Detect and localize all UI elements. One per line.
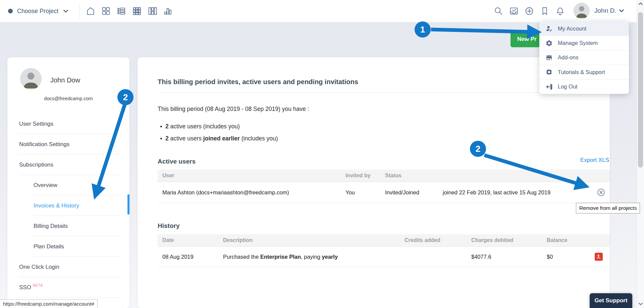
remove-tooltip: Remove from all projects bbox=[576, 203, 640, 213]
table-header-row: Date Description Credits added Charges d… bbox=[158, 234, 610, 247]
profile-avatar bbox=[20, 68, 42, 89]
add-icon[interactable] bbox=[522, 3, 537, 19]
column-header-description: Description bbox=[218, 237, 400, 243]
account-sidebar: John Dow docs@freedcamp.com User Setting… bbox=[7, 57, 129, 308]
active-users-heading: Active users bbox=[158, 158, 196, 165]
sidebar-item-plan-details[interactable]: Plan Details bbox=[7, 236, 129, 257]
sidebar-item-user-settings[interactable]: User Settings bbox=[7, 114, 129, 134]
menu-item-label: Manage System bbox=[558, 40, 598, 46]
home-icon[interactable] bbox=[83, 3, 98, 19]
table-row: 08 Aug 2019 Purchased the Enterprise Pla… bbox=[158, 247, 610, 267]
chevron-down-icon bbox=[63, 9, 68, 13]
store-icon bbox=[545, 54, 553, 62]
menu-item-manage-system[interactable]: Manage System bbox=[539, 36, 629, 50]
columns-board-icon[interactable] bbox=[145, 3, 160, 19]
bullet-joined-earlier: 2 active users joined earlier (includes … bbox=[160, 135, 278, 142]
bullet-active-users: 2 active users (includes you) bbox=[160, 123, 240, 130]
billing-period-intro: This billing period (08 Aug 2019 - 08 Se… bbox=[158, 106, 309, 113]
projects-grid-icon[interactable] bbox=[129, 3, 145, 19]
header-divider bbox=[79, 3, 80, 19]
annotation-number: 1 bbox=[420, 24, 425, 35]
gear-icon bbox=[545, 39, 553, 47]
active-item-indicator bbox=[127, 194, 129, 214]
cell-invited-by: You bbox=[341, 189, 380, 196]
sidebar-item-invoices-history[interactable]: Invoices & History bbox=[7, 195, 129, 216]
dashboard-icon[interactable] bbox=[98, 3, 114, 19]
annotation-circle-1 bbox=[415, 21, 431, 38]
cell-user: Maria Ashton (docs+mariaashton@freedcamp… bbox=[158, 189, 341, 196]
browser-status-bar: https://freedcamp.com/manage/account# bbox=[0, 299, 98, 308]
column-header-balance: Balance bbox=[542, 237, 588, 243]
new-project-label: New Pr bbox=[517, 36, 537, 43]
active-users-table: User Invited by Status Maria Ashton (doc… bbox=[158, 170, 610, 203]
project-selector-label: Choose Project bbox=[17, 8, 58, 15]
cell-charges: $4077.6 bbox=[467, 254, 542, 260]
profile-name: John Dow bbox=[50, 76, 80, 84]
notifications-icon[interactable] bbox=[552, 3, 568, 19]
scroll-up-icon[interactable] bbox=[638, 2, 643, 5]
table-header-row: User Invited by Status bbox=[158, 170, 610, 182]
exit-icon bbox=[545, 83, 553, 91]
remove-user-icon[interactable] bbox=[597, 188, 605, 196]
bullet-dot bbox=[160, 138, 162, 139]
column-header-status: Status bbox=[380, 173, 438, 179]
inbox-check-icon[interactable] bbox=[506, 3, 522, 19]
menu-item-label: Log Out bbox=[558, 83, 578, 90]
user-account-button[interactable]: John D. bbox=[574, 3, 624, 19]
project-color-dot bbox=[8, 9, 13, 13]
user-name-label: John D. bbox=[594, 7, 616, 14]
profile-email: docs@freedcamp.com bbox=[7, 96, 129, 101]
chevron-down-icon bbox=[619, 9, 624, 13]
sidebar-item-notification-settings[interactable]: Notification Settings bbox=[7, 134, 129, 155]
page-scrollbar[interactable] bbox=[637, 0, 644, 308]
history-heading: History bbox=[158, 222, 179, 230]
sidebar-item-overview[interactable]: Overview bbox=[7, 175, 129, 195]
column-header-charges: Charges debited bbox=[467, 237, 542, 243]
cell-balance: $0 bbox=[542, 254, 588, 260]
freedcamp-app: Choose Project John D. New bbox=[0, 0, 644, 308]
beta-badge: BETA bbox=[33, 283, 43, 287]
lifebuoy-icon bbox=[545, 68, 553, 76]
menu-item-label: Add-ons bbox=[558, 54, 578, 61]
bullet-dot bbox=[160, 126, 162, 127]
cell-date: 08 Aug 2019 bbox=[158, 254, 218, 260]
sidebar-item-billing-details[interactable]: Billing Details bbox=[7, 216, 129, 236]
billing-content-panel: This billing period invites, active user… bbox=[138, 57, 610, 308]
column-header-credits: Credits added bbox=[400, 237, 467, 243]
account-edit-icon bbox=[545, 24, 553, 33]
column-header-user: User bbox=[158, 173, 341, 179]
menu-item-add-ons[interactable]: Add-ons bbox=[539, 50, 629, 65]
tasks-list-icon[interactable] bbox=[114, 3, 129, 19]
menu-item-label: Tutorials & Support bbox=[558, 69, 605, 75]
menu-item-log-out[interactable]: Log Out bbox=[539, 79, 629, 94]
search-icon[interactable] bbox=[491, 3, 506, 19]
table-row: Maria Ashton (docs+mariaashton@freedcamp… bbox=[158, 182, 610, 203]
get-support-button[interactable]: Get Support bbox=[590, 293, 632, 308]
top-navigation-bar: Choose Project John D. bbox=[0, 0, 644, 22]
pdf-invoice-icon[interactable] bbox=[595, 253, 603, 261]
sidebar-item-sso[interactable]: SSO BETA bbox=[7, 277, 129, 298]
bookmark-icon[interactable] bbox=[537, 3, 552, 19]
new-project-button[interactable]: New Pr bbox=[511, 31, 540, 47]
cell-description: Purchased the Enterprise Plan, paying ye… bbox=[218, 254, 400, 260]
menu-item-label: My Account bbox=[558, 25, 586, 32]
project-selector[interactable]: Choose Project bbox=[0, 8, 68, 15]
export-xls-link[interactable]: Export XLS bbox=[580, 157, 609, 164]
column-header-invited-by: Invited by bbox=[341, 173, 380, 179]
sidebar-item-one-click-login[interactable]: One Click Login bbox=[7, 257, 129, 277]
scrollbar-thumb[interactable] bbox=[638, 12, 643, 168]
sidebar-item-subscriptions[interactable]: Subscriptions bbox=[7, 155, 129, 175]
reports-chart-icon[interactable] bbox=[160, 3, 175, 19]
cell-status: Invited/Joined bbox=[380, 189, 438, 196]
column-header-date: Date bbox=[158, 237, 218, 243]
history-table: Date Description Credits added Charges d… bbox=[158, 234, 610, 267]
section-title: This billing period invites, active user… bbox=[158, 78, 358, 86]
user-dropdown-menu: My Account Manage System Add-ons Tutoria… bbox=[539, 21, 629, 94]
menu-item-my-account[interactable]: My Account bbox=[539, 21, 629, 36]
menu-item-tutorials-support[interactable]: Tutorials & Support bbox=[539, 65, 629, 79]
cell-activity: joined 22 Feb 2019, last active 15 Aug 2… bbox=[438, 189, 592, 196]
scroll-down-icon[interactable] bbox=[638, 302, 643, 306]
user-avatar bbox=[574, 3, 590, 19]
